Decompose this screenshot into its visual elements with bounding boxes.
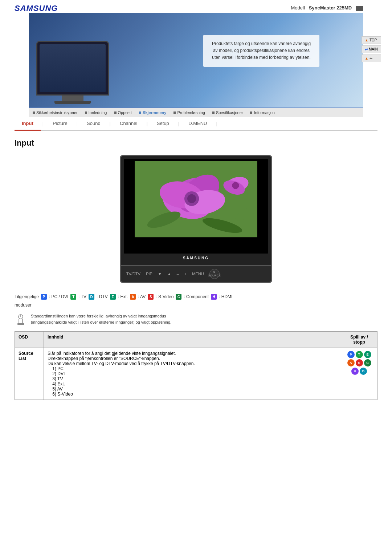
info-table: OSD Innhold Spill av / stopp Source List… — [15, 331, 377, 400]
nav-bar: Sikkerhetsinstruksjoner Innledning Oppse… — [29, 108, 363, 117]
nav-item-innledning[interactable]: Innledning — [85, 110, 107, 115]
banner-monitor — [36, 41, 109, 104]
nav-item-skjermmeny[interactable]: Skjermmeny — [139, 110, 166, 115]
svg-point-10 — [232, 182, 239, 189]
nav-dot — [250, 112, 252, 114]
mode-text-s: : S-Video — [156, 294, 173, 299]
tv-bottom-bar: TV/DTV PIP ▼ ▲ – + MENU ⊕SOURCE — [120, 266, 272, 283]
modes-line: Tilgjengelige P : PC / DVI T : TV D : DT… — [15, 294, 377, 300]
content-item5: 5) AV — [48, 386, 63, 392]
badge-s: S — [148, 294, 154, 300]
nav-dot — [85, 112, 87, 114]
badge-h: H — [211, 294, 217, 300]
source-list-label: Source List — [19, 351, 33, 361]
nav-label-problem: Problemløsning — [177, 110, 205, 115]
nav-dot-active — [139, 112, 141, 114]
tab-picture[interactable]: Picture — [45, 117, 74, 131]
nav-label-oppsett: Oppsett — [118, 110, 132, 115]
tv-screen — [124, 159, 268, 254]
content-item3: 3) TV — [48, 376, 63, 381]
nav-dot — [212, 112, 215, 114]
tv-control-menu[interactable]: MENU — [192, 272, 204, 276]
mode-text-d: : DTV — [97, 294, 108, 299]
tab-channel[interactable]: Channel — [113, 117, 144, 131]
tab-sep-3: | — [108, 117, 113, 130]
nav-dot — [33, 112, 35, 114]
note-box: Standardinnstillingen kan være forskjell… — [15, 313, 377, 326]
nav-label-informasjon: Informasjon — [254, 110, 274, 115]
mode-text-p: : PC / DVI — [49, 294, 68, 299]
tab-input[interactable]: Input — [15, 117, 41, 131]
tab-dmenu[interactable]: D.MENU — [181, 117, 214, 131]
play-icon-c: C — [364, 359, 371, 366]
badge-t: T — [70, 294, 76, 300]
header: SAMSUNG Modell SyncMaster 225MD ▲ TOP ⇄ … — [0, 0, 392, 117]
play-icon-s: S — [356, 359, 363, 366]
back-button[interactable]: ▲ ⇐ — [362, 54, 381, 62]
svg-point-7 — [187, 194, 196, 203]
play-icon-p: P — [347, 351, 355, 358]
note-icon — [15, 313, 27, 326]
play-icons: P T E A S C H D — [345, 351, 373, 375]
modes-prefix: Tilgjengelige — [15, 294, 39, 299]
content-line2: Direkteknappen på fjernkontrollen er "SO… — [48, 356, 160, 361]
tv-control-up[interactable]: ▲ — [167, 272, 171, 276]
tab-sep-1: | — [41, 117, 45, 130]
play-icon-a: A — [347, 359, 355, 366]
nav-item-oppsett[interactable]: Oppsett — [114, 110, 132, 115]
model-label: Modell — [291, 5, 305, 11]
tab-sep-4: | — [144, 117, 149, 130]
note-text: Standardinnstillingen kan være forskjell… — [31, 313, 171, 325]
play-icon-t: T — [356, 351, 363, 358]
mode-text-c: : Component — [184, 294, 209, 299]
svg-rect-20 — [17, 323, 24, 325]
nav-item-spesifikasjoner[interactable]: Spesifikasjoner — [212, 110, 243, 115]
play-icon-h: H — [351, 368, 359, 375]
table-cell-play: P T E A S C H D — [341, 348, 377, 400]
nav-item-problem[interactable]: Problemløsning — [173, 110, 205, 115]
badge-a: A — [130, 294, 136, 300]
tv-control-tvdtv[interactable]: TV/DTV — [126, 272, 140, 276]
banner: Produktets farge og utseende kan variere… — [29, 13, 363, 108]
modes-word: moduser — [15, 303, 377, 308]
tv-control-down[interactable]: ▼ — [158, 272, 162, 276]
model-info: Modell SyncMaster 225MD — [291, 5, 363, 11]
tab-sound[interactable]: Sound — [79, 117, 108, 131]
table-header-osd: OSD — [15, 332, 44, 348]
nav-item-sikkerhet[interactable]: Sikkerhetsinstruksjoner — [33, 110, 78, 115]
content-line1: Slår på indikatoren for å angi det gjeld… — [48, 351, 176, 356]
tv-control-minus[interactable]: – — [177, 272, 179, 276]
tv-control-pip[interactable]: PIP — [146, 272, 152, 276]
top-button[interactable]: ▲ TOP — [362, 36, 381, 44]
main-button[interactable]: ⇄ MAIN — [362, 45, 381, 53]
flower-svg — [135, 159, 257, 239]
tv-display: SAMSUNG TV/DTV PIP ▼ ▲ – + MENU ⊕SOURCE — [105, 155, 287, 283]
content-item6: 6) S-Video — [48, 392, 73, 397]
mode-text-t: : TV — [78, 294, 86, 299]
nav-item-informasjon[interactable]: Informasjon — [250, 110, 274, 115]
play-icon-d: D — [360, 368, 367, 375]
tv-source-text: ⊕SOURCE — [208, 270, 220, 277]
badge-c: C — [176, 294, 181, 300]
nav-dot — [114, 112, 117, 114]
tab-menu: Input | Picture | Sound | Channel | Setu… — [15, 117, 377, 131]
mode-text-a: : AV — [138, 294, 146, 299]
main-button-label: MAIN — [369, 47, 378, 51]
top-button-label: TOP — [369, 38, 377, 42]
tv-source-button[interactable]: ⊕SOURCE — [209, 269, 220, 279]
banner-text: Produktets farge og utseende kan variere… — [203, 35, 319, 67]
tv-control-plus[interactable]: + — [184, 272, 187, 276]
tab-setup[interactable]: Setup — [150, 117, 176, 131]
content-item1: 1) PC — [48, 366, 64, 371]
content-line3: Du kan veksle mellom TV- og DTV-modus ve… — [48, 361, 195, 366]
content-item2: 2) DVI — [48, 371, 65, 376]
main-content: Input — [0, 131, 392, 407]
nav-label-innledning: Innledning — [89, 110, 107, 115]
table-cell-osd: Source List — [15, 348, 44, 400]
tab-sep-2: | — [75, 117, 79, 130]
nav-label-skjermmeny: Skjermmeny — [143, 110, 166, 115]
play-icon-e: E — [364, 351, 371, 358]
table-header-play: Spill av / stopp — [341, 332, 377, 348]
page-title: Input — [15, 138, 377, 148]
note-text-2: (inngangssignalkilde valgt i listen over… — [31, 320, 171, 324]
